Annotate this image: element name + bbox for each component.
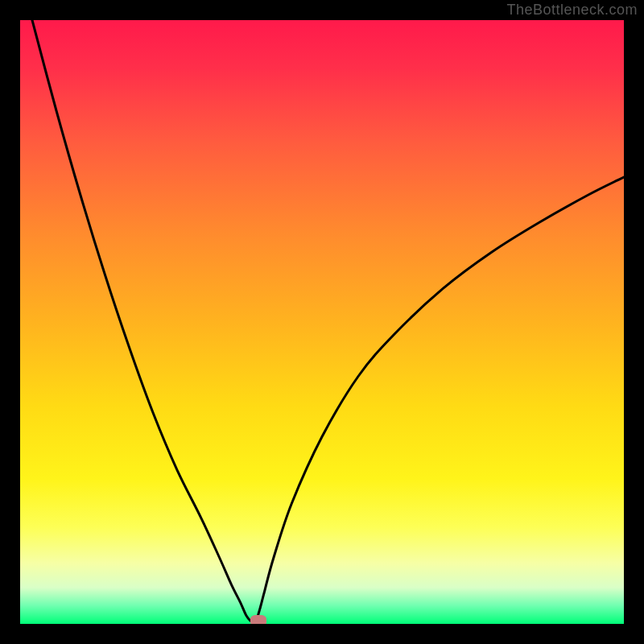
bottleneck-curve (20, 20, 624, 624)
watermark-text: TheBottleneck.com (506, 2, 638, 19)
optimal-point-marker (250, 615, 266, 624)
plot-area (20, 20, 624, 624)
chart-frame: TheBottleneck.com (0, 0, 644, 644)
